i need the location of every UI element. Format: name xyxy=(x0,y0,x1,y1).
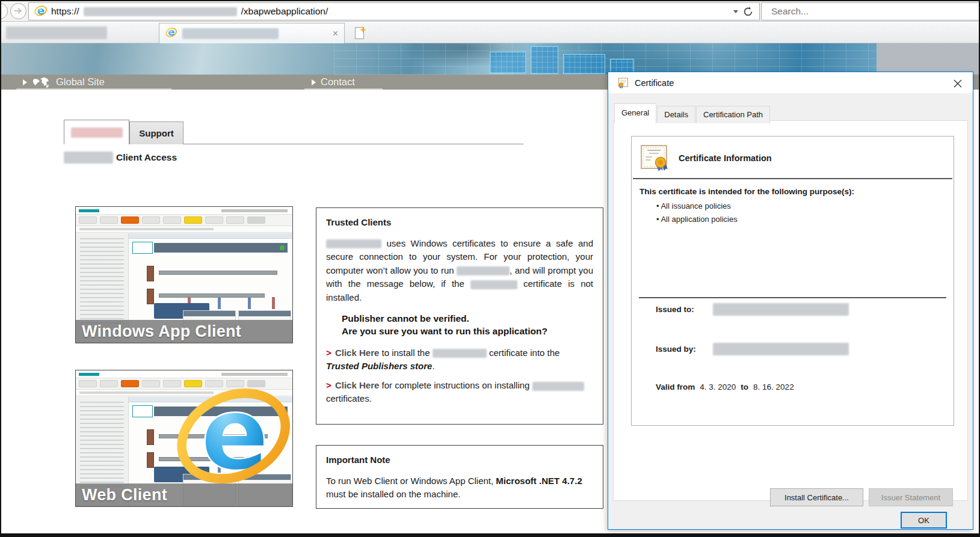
redacted-product-name xyxy=(433,349,487,358)
click-here-link-2[interactable]: Click Here xyxy=(335,380,379,390)
important-note-title: Important Note xyxy=(326,453,593,467)
ie-logo-overlay: e xyxy=(174,375,291,495)
page-banner-image xyxy=(1,43,877,75)
publisher-warning-line1: Publisher cannot be verified. xyxy=(342,313,593,325)
tab-certification-path[interactable]: Certification Path xyxy=(696,106,770,123)
url-protocol: https:// xyxy=(51,6,79,17)
browser-toolbar: e https:///xbapwebapplication/ xyxy=(1,1,979,22)
nav-arrow-icon xyxy=(23,79,27,85)
address-dropdown-caret[interactable] xyxy=(733,10,738,13)
search-box[interactable] xyxy=(761,2,980,20)
url-path: /xbapwebapplication/ xyxy=(241,6,328,17)
install-cert-link-line: > Click Here to install the certificate … xyxy=(326,346,593,373)
link1-after-text: certificate into the xyxy=(489,348,560,358)
nav-underline xyxy=(304,88,383,90)
purpose-item-label: All issuance policies xyxy=(661,201,730,210)
windows-app-client-screenshot: Windows App Client xyxy=(75,206,293,343)
redacted-product-name xyxy=(64,152,113,164)
support-tab-label: Support xyxy=(139,128,174,138)
note-text-start: To run Web Client or Windows App Client, xyxy=(326,476,493,486)
issued-to-label: Issued to: xyxy=(656,305,713,314)
web-client-caption: Web Client xyxy=(76,483,292,506)
purpose-heading: This certificate is intended for the fol… xyxy=(639,187,854,196)
purpose-item-label: All application policies xyxy=(661,215,737,224)
tab-general[interactable]: General xyxy=(614,103,656,123)
purpose-item: All application policies xyxy=(656,215,738,224)
client-access-heading: Client Access xyxy=(116,152,177,163)
forward-arrow-icon xyxy=(14,6,23,17)
certificate-dialog-title: Certificate xyxy=(635,78,674,88)
ok-button[interactable]: OK xyxy=(901,512,947,529)
validity-row: Valid from 4. 3. 2020 to 8. 16. 2022 xyxy=(656,382,794,391)
content-tab-product[interactable] xyxy=(64,120,129,144)
nav-arrow-icon xyxy=(312,79,316,85)
certificate-large-icon xyxy=(640,144,669,174)
redacted-issued-by-value xyxy=(713,343,849,355)
divider xyxy=(633,178,952,179)
valid-from-label: Valid from xyxy=(656,382,695,391)
new-tab-star-icon xyxy=(360,25,366,35)
link2-mid-text: for complete instructions on installing xyxy=(381,380,529,390)
ok-button-label: OK xyxy=(918,516,929,525)
valid-to-date: 8. 16. 2022 xyxy=(753,382,794,391)
content-tab-support[interactable]: Support xyxy=(129,121,183,144)
new-tab-page-icon xyxy=(355,27,364,39)
tab-general-label: General xyxy=(621,108,649,117)
tab-close-icon[interactable]: × xyxy=(333,29,338,38)
nav-item-global-site[interactable]: Global Site xyxy=(23,75,105,90)
web-client-screenshot: e Web Client xyxy=(75,370,293,507)
important-note-text: To run Web Client or Windows App Client,… xyxy=(326,474,593,502)
page-heading: Client Access xyxy=(64,152,177,164)
publisher-warning: Publisher cannot be verified. Are you su… xyxy=(342,313,593,338)
banner-cube xyxy=(531,46,558,74)
browser-tab-bar: e × xyxy=(1,22,979,43)
redacted-product-name xyxy=(532,382,584,391)
issued-by-row: Issued by: xyxy=(656,343,849,355)
certificate-information-heading: Certificate Information xyxy=(679,153,772,163)
dialog-close-icon[interactable] xyxy=(951,76,965,91)
nav-item-contact[interactable]: Contact xyxy=(312,75,355,90)
nav-contact-label: Contact xyxy=(321,76,355,88)
click-here-link-1[interactable]: Click Here xyxy=(335,348,379,358)
divider xyxy=(639,297,946,298)
new-tab-button[interactable] xyxy=(348,25,370,41)
link1-mid-text: to install the xyxy=(381,348,430,358)
certificate-dialog-titlebar[interactable]: Certificate xyxy=(608,72,973,93)
tab-details[interactable]: Details xyxy=(657,106,695,123)
refresh-icon[interactable] xyxy=(742,6,754,17)
trusted-clients-box: Trusted Clients uses Windows certificate… xyxy=(316,207,603,425)
tab-details-label: Details xyxy=(664,110,688,119)
windows-app-client-caption: Windows App Client xyxy=(76,320,292,343)
publisher-warning-line2: Are you sure you want to run this applic… xyxy=(342,325,593,338)
issued-by-label: Issued by: xyxy=(656,345,713,354)
redacted-product-name xyxy=(470,280,517,289)
banner-cube xyxy=(563,54,605,74)
nav-underline xyxy=(16,88,171,90)
search-input[interactable] xyxy=(770,5,973,17)
issuer-statement-button: Issuer Statement xyxy=(869,488,953,506)
note-dotnet-version: Microsoft .NET 4.7.2 xyxy=(496,476,582,486)
note-text-end: must be installed on the machine. xyxy=(326,489,460,499)
instructions-link-line: > Click Here for complete instructions o… xyxy=(326,379,593,405)
certificate-small-icon xyxy=(617,78,629,88)
forward-button[interactable] xyxy=(10,3,26,19)
valid-to-label: to xyxy=(741,382,748,391)
redacted-issued-to-value xyxy=(713,303,849,316)
redacted-url-host xyxy=(84,7,237,16)
issuer-statement-label: Issuer Statement xyxy=(881,493,940,502)
redacted-product-name xyxy=(457,266,510,275)
purpose-item: All issuance policies xyxy=(656,201,731,210)
back-button[interactable] xyxy=(0,3,8,19)
world-map-icon xyxy=(32,76,51,88)
trusted-clients-paragraph: uses Windows certificates to ensure a sa… xyxy=(326,237,593,305)
tab-favicon-ie: e xyxy=(165,26,177,40)
valid-from-date: 4. 3. 2020 xyxy=(700,382,736,391)
banner-right-filler xyxy=(877,43,979,75)
link1-period: . xyxy=(432,361,434,371)
install-certificate-button[interactable]: Install Certificate... xyxy=(770,488,863,506)
address-bar[interactable]: e https:///xbapwebapplication/ xyxy=(28,2,760,20)
nav-global-site-label: Global Site xyxy=(56,76,105,88)
browser-tab[interactable]: e × xyxy=(159,23,345,43)
link2-end-text: certificates. xyxy=(326,393,372,404)
general-tab-panel: Certificate Information This certificate… xyxy=(613,120,968,501)
